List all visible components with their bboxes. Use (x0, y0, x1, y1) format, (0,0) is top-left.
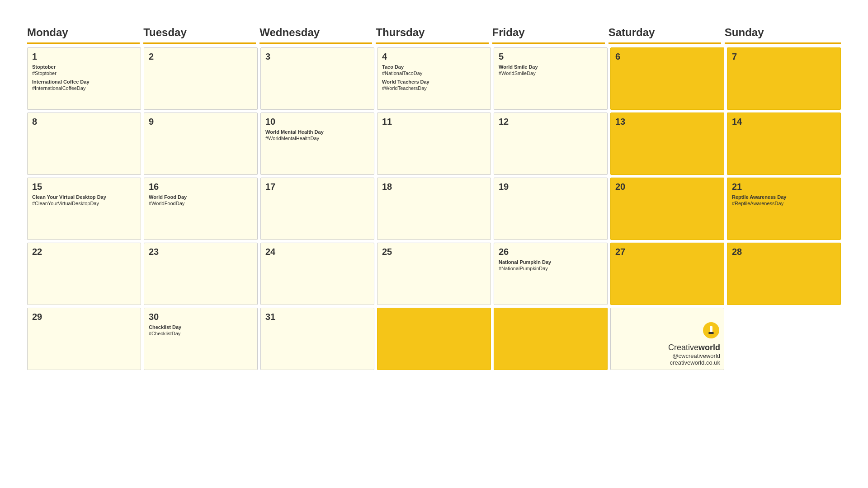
day-cell: 9 (144, 113, 258, 175)
event-title: International Coffee Day (32, 79, 136, 85)
event-hashtag: #WorldTeachersDay (382, 85, 486, 91)
day-number: 2 (149, 52, 253, 62)
day-cell: 24 (260, 243, 374, 305)
day-cell: 15Clean Your Virtual Desktop Day#CleanYo… (27, 178, 141, 240)
day-cell: Creativeworld@cwcreativeworldcreativewor… (610, 308, 724, 370)
event-hashtag: #Stoptober (32, 70, 136, 76)
event-hashtag: #ReptileAwarenessDay (732, 200, 836, 206)
day-number: 10 (265, 117, 369, 127)
day-number: 28 (732, 247, 836, 257)
day-header-sunday: Sunday (725, 26, 841, 44)
day-number: 14 (732, 117, 836, 127)
event-title: Reptile Awareness Day (732, 194, 836, 200)
day-header-wednesday: Wednesday (259, 26, 372, 44)
day-header-monday: Monday (27, 26, 140, 44)
day-cell: 12 (494, 113, 608, 175)
event-title: National Pumpkin Day (499, 259, 603, 265)
branding-icon (668, 321, 720, 341)
event-title: World Food Day (149, 194, 253, 200)
event-title: World Teachers Day (382, 79, 486, 85)
day-number: 17 (265, 182, 369, 192)
day-number: 8 (32, 117, 136, 127)
event-title: Stoptober (32, 64, 136, 70)
day-number: 29 (32, 312, 136, 322)
day-number: 11 (382, 117, 486, 127)
day-number: 21 (732, 182, 836, 192)
day-number: 1 (32, 52, 136, 62)
day-number: 23 (149, 247, 253, 257)
day-cell: 4Taco Day#NationalTacoDayWorld Teachers … (377, 47, 491, 110)
event-hashtag: #WorldFoodDay (149, 200, 253, 206)
week-row: 8910World Mental Health Day#WorldMentalH… (27, 113, 841, 175)
day-number: 22 (32, 247, 136, 257)
day-number: 5 (499, 52, 603, 62)
day-number: 20 (615, 182, 719, 192)
day-cell: 3 (260, 47, 374, 110)
day-headers-row: MondayTuesdayWednesdayThursdayFridaySatu… (27, 26, 841, 44)
day-number: 24 (265, 247, 369, 257)
day-cell: 30Checklist Day#ChecklistDay (144, 308, 258, 370)
day-cell: 13 (610, 113, 724, 175)
day-number: 30 (149, 312, 253, 322)
day-cell: 19 (494, 178, 608, 240)
day-header-tuesday: Tuesday (143, 26, 256, 44)
day-cell: 10World Mental Health Day#WorldMentalHea… (260, 113, 374, 175)
day-header-saturday: Saturday (609, 26, 721, 44)
calendar: MondayTuesdayWednesdayThursdayFridaySatu… (27, 26, 841, 370)
day-cell: 16World Food Day#WorldFoodDay (144, 178, 258, 240)
event-hashtag: #InternationalCoffeeDay (32, 85, 136, 91)
day-number: 27 (615, 247, 719, 257)
calendar-weeks: 1Stoptober#StoptoberInternational Coffee… (27, 47, 841, 370)
day-cell: 20 (610, 178, 724, 240)
day-number: 13 (615, 117, 719, 127)
day-cell: 17 (260, 178, 374, 240)
event-hashtag: #NationalTacoDay (382, 70, 486, 76)
day-number: 16 (149, 182, 253, 192)
day-cell (727, 308, 841, 370)
day-cell: 22 (27, 243, 141, 305)
day-cell: 7 (727, 47, 841, 110)
event-hashtag: #CleanYourVirtualDesktopDay (32, 200, 136, 206)
day-cell: 21Reptile Awareness Day#ReptileAwareness… (727, 178, 841, 240)
event-title: Checklist Day (149, 324, 253, 330)
day-header-friday: Friday (492, 26, 605, 44)
day-cell (494, 308, 608, 370)
day-number: 15 (32, 182, 136, 192)
event-hashtag: #WorldSmileDay (499, 70, 603, 76)
day-number: 26 (499, 247, 603, 257)
event-hashtag: #WorldMentalHealthDay (265, 135, 369, 141)
svg-rect-1 (710, 326, 712, 333)
branding-handle: @cwcreativeworld (668, 352, 720, 359)
event-title: World Smile Day (499, 64, 603, 70)
event-title: Taco Day (382, 64, 486, 70)
week-row: 15Clean Your Virtual Desktop Day#CleanYo… (27, 178, 841, 240)
day-cell: 27 (610, 243, 724, 305)
day-cell: 18 (377, 178, 491, 240)
day-header-thursday: Thursday (376, 26, 488, 44)
day-number: 6 (615, 52, 719, 62)
day-cell: 11 (377, 113, 491, 175)
week-row: 2930Checklist Day#ChecklistDay31 Creativ… (27, 308, 841, 370)
day-cell: 14 (727, 113, 841, 175)
event-hashtag: #NationalPumpkinDay (499, 265, 603, 272)
day-number: 4 (382, 52, 486, 62)
branding-url: creativeworld.co.uk (668, 359, 720, 366)
day-cell: 8 (27, 113, 141, 175)
event-hashtag: #ChecklistDay (149, 330, 253, 337)
branding-block: Creativeworld@cwcreativeworldcreativewor… (668, 321, 720, 366)
day-number: 9 (149, 117, 253, 127)
day-number: 7 (732, 52, 836, 62)
day-cell: 1Stoptober#StoptoberInternational Coffee… (27, 47, 141, 110)
day-number: 19 (499, 182, 603, 192)
event-title: Clean Your Virtual Desktop Day (32, 194, 136, 200)
day-cell: 26National Pumpkin Day#NationalPumpkinDa… (494, 243, 608, 305)
day-number: 25 (382, 247, 486, 257)
branding-name: Creativeworld (668, 343, 720, 352)
day-cell: 23 (144, 243, 258, 305)
svg-rect-2 (708, 332, 714, 334)
day-cell: 6 (610, 47, 724, 110)
week-row: 1Stoptober#StoptoberInternational Coffee… (27, 47, 841, 110)
day-number: 12 (499, 117, 603, 127)
week-row: 2223242526National Pumpkin Day#NationalP… (27, 243, 841, 305)
day-cell: 2 (144, 47, 258, 110)
